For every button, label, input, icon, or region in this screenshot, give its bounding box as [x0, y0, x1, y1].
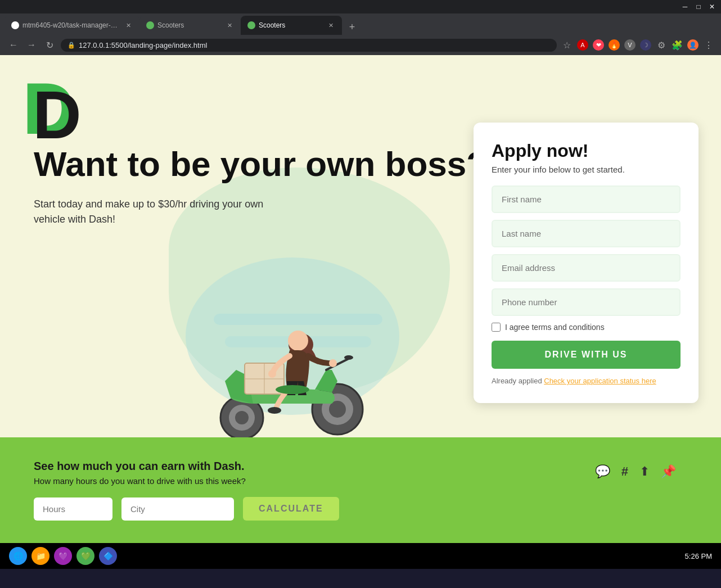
moon-icon[interactable]: ☽: [640, 39, 651, 51]
minimize-button[interactable]: ─: [681, 2, 690, 11]
bookmark-icon[interactable]: ☆: [561, 39, 573, 51]
maximize-button[interactable]: □: [694, 2, 703, 11]
check-status-link[interactable]: Check your application status here: [544, 377, 656, 385]
tab-scooters-2-close[interactable]: ✕: [326, 21, 335, 30]
taskbar: 🌐 📁 💜 💚 🔷 5:26 PM: [0, 543, 721, 569]
forward-button[interactable]: →: [25, 38, 38, 52]
taskbar-app-3[interactable]: 💜: [54, 547, 72, 565]
phone-field[interactable]: [492, 288, 681, 316]
url-text: 127.0.0.1:5500/landing-page/index.html: [79, 41, 207, 49]
last-name-field[interactable]: [492, 220, 681, 247]
earnings-title: See how much you can earn with Dash.: [34, 460, 687, 473]
profile-icon[interactable]: 👤: [687, 39, 699, 51]
extensions-icon[interactable]: 🧩: [672, 39, 683, 51]
tabs-bar: mtm6405-w20/task-manager-pl... ✕ Scooter…: [0, 13, 721, 35]
earnings-wrapper: See how much you can earn with Dash. How…: [0, 437, 721, 543]
page-content: D D Want to be your own boss? Start toda…: [0, 55, 721, 543]
back-button[interactable]: ←: [7, 38, 20, 52]
first-name-field[interactable]: [492, 186, 681, 213]
earnings-section: See how much you can earn with Dash. How…: [0, 437, 721, 543]
reload-button[interactable]: ↻: [43, 38, 56, 52]
email-field[interactable]: [492, 254, 681, 282]
social-icons: 💬 # ⬆ 📌: [595, 464, 676, 479]
hero-subtitle: Start today and make up to $30/hr drivin…: [34, 197, 270, 227]
scooters-icon-2: [247, 21, 255, 29]
chat-icon[interactable]: 💬: [595, 464, 610, 479]
hero-section: D D Want to be your own boss? Start toda…: [0, 55, 721, 437]
drive-with-us-button[interactable]: DRIVE WITH US: [492, 341, 681, 369]
tab-scooters-2[interactable]: Scooters ✕: [241, 16, 342, 35]
tab-scooters-1-close[interactable]: ✕: [225, 21, 234, 30]
taskbar-app-1[interactable]: 🌐: [9, 547, 27, 565]
calculate-button[interactable]: Calculate: [243, 497, 339, 521]
tab-scooters-1-label: Scooters: [157, 21, 222, 29]
settings-icon[interactable]: ⚙: [656, 39, 667, 51]
fire-icon[interactable]: 🔥: [609, 39, 620, 51]
close-button[interactable]: ✕: [708, 2, 717, 11]
tab-github-close[interactable]: ✕: [124, 21, 133, 30]
already-applied-label: Already applied: [492, 377, 542, 385]
lock-icon: 🔒: [67, 42, 75, 49]
tab-github-label: mtm6405-w20/task-manager-pl...: [22, 21, 120, 29]
tab-github[interactable]: mtm6405-w20/task-manager-pl... ✕: [4, 16, 139, 35]
address-bar: ← → ↻ 🔒 127.0.0.1:5500/landing-page/inde…: [0, 35, 721, 55]
url-bar[interactable]: 🔒 127.0.0.1:5500/landing-page/index.html: [61, 39, 557, 52]
apply-form-title: Apply now!: [492, 141, 681, 161]
hash-icon[interactable]: #: [621, 464, 628, 479]
earnings-subtitle: How many hours do you want to drive with…: [34, 476, 687, 486]
city-input[interactable]: [121, 497, 234, 521]
apply-form: Apply now! Enter your info below to get …: [474, 123, 699, 403]
already-applied-text: Already applied Check your application s…: [492, 377, 681, 385]
scooters-icon-1: [146, 21, 154, 29]
share-icon[interactable]: ⬆: [639, 464, 650, 479]
taskbar-app-5[interactable]: 🔷: [99, 547, 117, 565]
taskbar-app-4[interactable]: 💚: [76, 547, 94, 565]
hours-input[interactable]: [34, 497, 112, 521]
terms-label: I agree terms and conditions: [505, 323, 605, 332]
title-bar: ─ □ ✕: [0, 0, 721, 13]
title-bar-controls: ─ □ ✕: [681, 2, 717, 11]
taskbar-left: 🌐 📁 💜 💚 🔷: [9, 547, 117, 565]
new-tab-button[interactable]: +: [344, 19, 360, 35]
v-icon[interactable]: V: [624, 39, 636, 51]
menu-icon[interactable]: ⋮: [703, 39, 714, 51]
tab-scooters-1[interactable]: Scooters ✕: [139, 16, 241, 35]
terms-checkbox[interactable]: [492, 323, 501, 332]
taskbar-time: 5:26 PM: [685, 552, 712, 560]
pocket-icon[interactable]: ❤: [593, 39, 604, 51]
browser-toolbar: ☆ A ❤ 🔥 V ☽ ⚙ 🧩 👤 ⋮: [561, 39, 714, 51]
taskbar-app-2[interactable]: 📁: [31, 547, 49, 565]
github-icon: [11, 21, 19, 29]
earnings-inputs: Calculate: [34, 497, 687, 521]
apply-form-subtitle: Enter your info below to get started.: [492, 165, 681, 174]
tab-scooters-2-label: Scooters: [259, 21, 323, 29]
terms-checkbox-row: I agree terms and conditions: [492, 323, 681, 332]
pin-icon[interactable]: 📌: [661, 464, 676, 479]
pdf-icon[interactable]: A: [577, 39, 588, 51]
browser-chrome: ─ □ ✕ mtm6405-w20/task-manager-pl... ✕ S…: [0, 0, 721, 55]
